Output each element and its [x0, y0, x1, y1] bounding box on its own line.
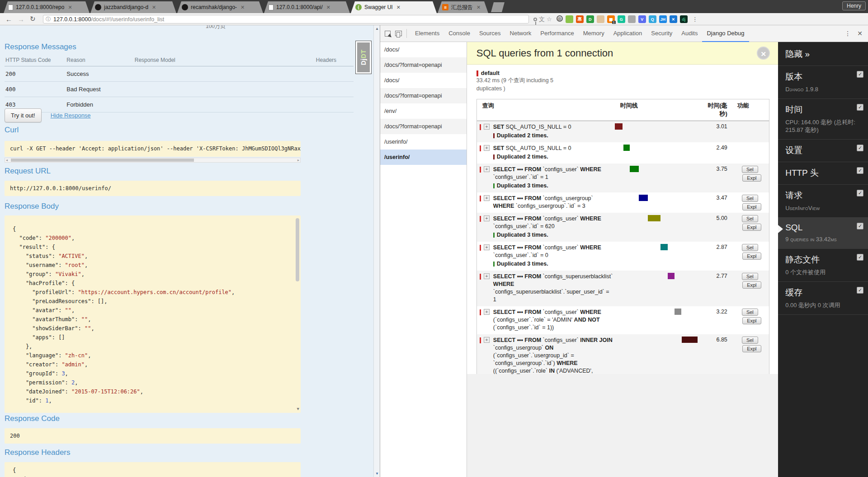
tab-close-icon[interactable]: ✕	[240, 5, 245, 10]
request-row[interactable]: /userinfo/	[380, 134, 467, 150]
browser-tab[interactable]: 127.0.0.1:8000/repo✕	[4, 1, 90, 13]
green-dot-icon[interactable]	[566, 15, 573, 23]
try-it-out-button[interactable]: Try it out!	[5, 108, 42, 122]
profile-name[interactable]: Henry	[842, 1, 866, 10]
djdt-panel-缓存[interactable]: 缓存0.00 毫秒内 0 次调用✓	[778, 282, 868, 315]
v-icon[interactable]: V	[638, 15, 646, 23]
djdt-panel-HTTP 头[interactable]: HTTP 头✓	[778, 162, 868, 185]
panel-checkbox[interactable]: ✓	[857, 287, 863, 294]
tab-close-icon[interactable]: ✕	[67, 5, 73, 10]
expand-query-button[interactable]: +	[484, 337, 490, 343]
url-bar[interactable]: ⓘ 127.0.0.1:8000/docs/#!/userinfo/userin…	[43, 15, 529, 23]
tab-close-icon[interactable]: ✕	[476, 5, 481, 10]
panel-checkbox[interactable]: ✓	[857, 71, 863, 78]
panel-checkbox[interactable]: ✓	[857, 104, 863, 111]
djdt-panel-SQL[interactable]: SQL9 queries in 33.42ms✓	[778, 218, 868, 249]
devtools-tab-performance[interactable]: Performance	[536, 25, 578, 42]
dj-icon[interactable]: dj	[680, 15, 688, 23]
inspect-element-icon[interactable]	[385, 31, 391, 37]
expand-query-button[interactable]: +	[484, 244, 490, 250]
tab-close-icon[interactable]: ✕	[151, 5, 157, 10]
djdt-panel-请求[interactable]: 请求UserInfoView✓	[778, 185, 868, 218]
scroll-down-icon[interactable]: ▼	[297, 407, 299, 411]
power-icon[interactable]: ◎	[557, 15, 563, 22]
request-row[interactable]: /docs/?format=openapi	[380, 57, 467, 73]
people-icon[interactable]	[628, 15, 636, 23]
djdt-panel-时间[interactable]: 时间CPU: 164.00 毫秒 (总耗时: 215.87 毫秒)✓	[778, 99, 868, 140]
scrollbar-thumb[interactable]	[296, 218, 299, 281]
panel-checkbox[interactable]: ✓	[857, 223, 863, 229]
sel-button[interactable]: Sel	[742, 215, 758, 222]
expl-button[interactable]: Expl	[742, 345, 761, 352]
sel-button[interactable]: Sel	[742, 166, 758, 173]
page-info-icon[interactable]: ⓘ	[46, 16, 51, 23]
expl-button[interactable]: Expl	[742, 317, 761, 324]
hand-icon[interactable]	[597, 15, 604, 23]
djdt-panel-设置[interactable]: 设置✓	[778, 140, 868, 162]
expl-button[interactable]: Expl	[742, 253, 761, 260]
devtools-tab-memory[interactable]: Memory	[579, 25, 609, 42]
devtools-tab-network[interactable]: Network	[505, 25, 536, 42]
sel-button[interactable]: Sel	[742, 195, 758, 202]
expl-button[interactable]: Expl	[742, 174, 761, 182]
browser-tab[interactable]: ≣汇总报告✕	[438, 1, 488, 13]
request-row[interactable]: /docs/?format=openapi	[380, 88, 467, 103]
devtools-tab-audits[interactable]: Audits	[677, 25, 702, 42]
expand-query-button[interactable]: +	[484, 215, 490, 221]
grid-icon[interactable]: ▦1	[607, 15, 615, 23]
scroll-right-icon[interactable]: ▸	[297, 158, 299, 162]
browser-tab[interactable]: recamshak/django-✕	[177, 1, 263, 13]
devtools-tab-security[interactable]: Security	[646, 25, 677, 42]
sel-button[interactable]: Sel	[742, 244, 758, 251]
browser-tab[interactable]: 127.0.0.1:8000/api/✕	[264, 1, 350, 13]
close-icon[interactable]: ✕	[757, 47, 770, 60]
expand-query-button[interactable]: +	[484, 166, 490, 172]
djdt-panel-版本[interactable]: 版本Django 1.9.8✓	[778, 66, 868, 99]
request-row[interactable]: /userinfo/	[380, 150, 467, 165]
scroll-up-icon[interactable]: ▲	[375, 27, 379, 31]
devtools-close-icon[interactable]: ✕	[857, 30, 863, 37]
reload-icon[interactable]: ↻	[30, 15, 36, 23]
sel-button[interactable]: Sel	[742, 273, 758, 280]
browser-tab[interactable]: {Swagger UI✕	[351, 1, 437, 13]
translate-icon[interactable]: 文	[539, 15, 545, 23]
expand-query-button[interactable]: +	[484, 124, 490, 130]
request-row[interactable]: /docs/	[380, 73, 467, 88]
devtools-tab-sources[interactable]: Sources	[475, 25, 505, 42]
new-tab-button[interactable]	[491, 2, 505, 12]
grammarly-icon[interactable]: G	[618, 15, 625, 23]
expl-button[interactable]: Expl	[742, 224, 761, 231]
password-key-icon[interactable]	[533, 18, 537, 21]
sel-button[interactable]: Sel	[742, 337, 758, 344]
panel-checkbox[interactable]: ✓	[857, 145, 863, 151]
page-scrollbar[interactable]: ▲ ▼	[373, 25, 380, 477]
djdt-hide-button[interactable]: 隐藏 »	[778, 42, 868, 66]
jh-icon[interactable]: JH	[659, 15, 667, 23]
browser-tab[interactable]: jazzband/django-d✕	[90, 1, 176, 13]
curl-horizontal-scrollbar[interactable]: ◂ ▸	[5, 158, 301, 163]
x-circle-icon[interactable]: ✕	[670, 15, 677, 23]
djdt-panel-静态文件[interactable]: 静态文件0 个文件被使用✓	[778, 249, 868, 282]
request-row[interactable]: /docs/?format=openapi	[380, 119, 467, 134]
device-toolbar-icon[interactable]	[395, 31, 402, 36]
tab-close-icon[interactable]: ✕	[326, 5, 331, 10]
devtools-tab-application[interactable]: Application	[609, 25, 647, 42]
scroll-left-icon[interactable]: ◂	[6, 158, 8, 162]
devtools-menu-icon[interactable]: ⋮	[844, 30, 851, 37]
bookmark-star-icon[interactable]: ☆	[547, 16, 552, 23]
devtools-tab-elements[interactable]: Elements	[410, 25, 444, 42]
sel-button[interactable]: Sel	[742, 309, 758, 316]
expand-query-button[interactable]: +	[484, 273, 490, 279]
back-icon[interactable]: ←	[5, 15, 12, 23]
forward-icon[interactable]: →	[18, 15, 24, 23]
devtools-tab-django-debug[interactable]: Django Debug	[702, 25, 749, 42]
scroll-down-icon[interactable]: ▼	[375, 472, 379, 476]
scrollbar-thumb[interactable]	[11, 159, 194, 162]
expand-query-button[interactable]: +	[484, 145, 490, 151]
expl-button[interactable]: Expl	[742, 281, 761, 289]
devtools-tab-console[interactable]: Console	[444, 25, 475, 42]
tab-close-icon[interactable]: ✕	[396, 5, 401, 10]
q-icon[interactable]: Q	[649, 15, 656, 23]
chrome-menu-icon[interactable]: ⋮	[692, 16, 698, 23]
request-row[interactable]: /docs/	[380, 42, 467, 57]
